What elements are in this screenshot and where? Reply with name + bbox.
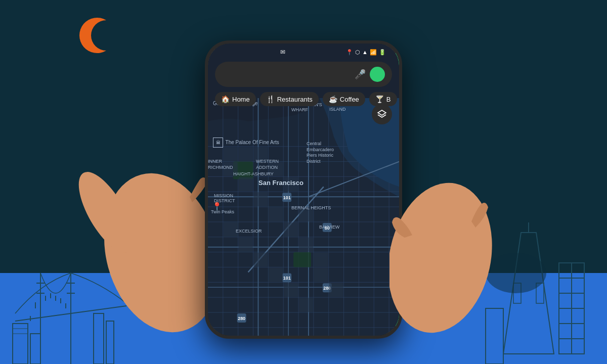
svg-rect-94 [269,267,283,282]
wifi-icon: ▲ [362,49,368,55]
mic-icon[interactable]: 🎤 [355,69,366,80]
svg-rect-80 [224,162,238,176]
left-hand [71,101,223,334]
svg-point-99 [389,173,505,342]
svg-rect-84 [299,207,313,221]
svg-rect-96 [299,298,313,312]
svg-text:101: 101 [283,195,291,200]
svg-rect-93 [254,253,268,267]
svg-rect-92 [239,238,253,252]
svg-rect-98 [329,283,343,297]
location-icon: 📍 [346,49,353,56]
bars-chip-icon: 🍸 [375,95,384,103]
svg-rect-78 [224,147,238,161]
svg-rect-85 [239,177,253,191]
status-bar: ✉ 📍 ⬡ ▲ 📶 🔋 [208,43,399,59]
home-chip-icon: 🏠 [221,95,230,103]
svg-rect-97 [314,267,328,282]
map-area[interactable]: 101 80 101 280 280 [208,98,399,336]
svg-rect-87 [269,207,283,221]
chip-bars-label: B [386,96,391,103]
svg-rect-14 [13,324,28,364]
chip-restaurants[interactable]: 🍴 Restaurants [260,92,319,106]
twin-peaks-pin: 📍 [212,202,222,211]
svg-rect-75 [293,252,311,267]
svg-rect-79 [239,147,253,161]
restaurant-chip-icon: 🍴 [266,95,275,103]
svg-rect-88 [284,222,298,237]
svg-text:101: 101 [283,276,291,281]
svg-rect-90 [314,253,328,267]
chip-coffee-label: Coffee [340,96,359,103]
svg-rect-83 [284,177,298,191]
svg-text:280: 280 [238,316,245,321]
layers-icon [377,109,387,119]
battery-saver-icon: ⬡ [355,49,360,56]
svg-rect-91 [224,222,238,237]
phone: ✉ 📍 ⬡ ▲ 📶 🔋 🎤 🏠 H [205,40,402,339]
svg-rect-89 [299,238,313,252]
search-bar[interactable]: 🎤 [215,62,392,87]
chip-restaurants-label: Restaurants [277,96,313,103]
user-avatar[interactable] [370,67,385,82]
chip-coffee[interactable]: ☕ Coffee [323,92,365,106]
svg-rect-86 [254,192,268,206]
chip-home[interactable]: 🏠 Home [215,92,256,106]
svg-rect-16 [30,334,40,364]
svg-rect-15 [13,329,28,334]
battery-icon: 🔋 [379,49,386,56]
coffee-chip-icon: ☕ [329,95,337,103]
phone-screen: ✉ 📍 ⬡ ▲ 📶 🔋 🎤 🏠 H [208,43,399,336]
status-icons: 📍 ⬡ ▲ 📶 🔋 [346,49,388,56]
signal-icon: 📶 [370,49,377,56]
chip-home-label: Home [232,96,250,103]
map-streets: 101 80 101 280 280 [208,98,399,336]
moon-icon [78,15,119,56]
svg-rect-81 [254,147,268,161]
phone-body: ✉ 📍 ⬡ ▲ 📶 🔋 🎤 🏠 H [205,40,402,339]
right-hand [389,136,521,349]
message-icon: ✉ [280,49,285,56]
svg-rect-82 [269,162,283,176]
layers-button[interactable] [372,104,392,124]
svg-text:80: 80 [325,225,330,231]
svg-rect-95 [284,283,298,297]
filter-chips: 🏠 Home 🍴 Restaurants ☕ Coffee 🍸 B [208,92,399,106]
